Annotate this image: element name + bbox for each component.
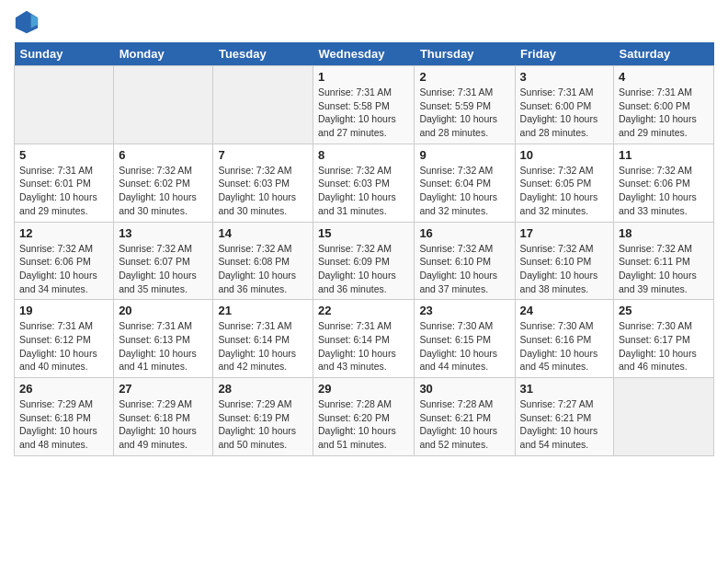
calendar-week-row: 1Sunrise: 7:31 AMSunset: 5:58 PMDaylight… (15, 66, 714, 144)
day-info: Sunrise: 7:29 AMSunset: 6:18 PMDaylight:… (19, 397, 108, 452)
calendar-cell: 13Sunrise: 7:32 AMSunset: 6:07 PMDayligh… (114, 222, 213, 300)
day-info: Sunrise: 7:32 AMSunset: 6:02 PMDaylight:… (119, 164, 208, 218)
calendar-cell: 20Sunrise: 7:31 AMSunset: 6:13 PMDayligh… (114, 300, 213, 378)
calendar-header-cell: Wednesday (313, 42, 415, 66)
calendar-cell (614, 378, 714, 456)
day-number: 26 (19, 382, 108, 396)
day-info: Sunrise: 7:30 AMSunset: 6:16 PMDaylight:… (520, 319, 609, 373)
day-number: 7 (218, 148, 308, 162)
calendar-cell: 22Sunrise: 7:31 AMSunset: 6:14 PMDayligh… (313, 300, 415, 378)
calendar-header-cell: Monday (114, 42, 213, 66)
header (14, 9, 714, 35)
day-number: 29 (318, 382, 409, 396)
calendar-cell: 16Sunrise: 7:32 AMSunset: 6:10 PMDayligh… (415, 222, 515, 300)
day-info: Sunrise: 7:31 AMSunset: 6:00 PMDaylight:… (619, 86, 709, 140)
day-number: 8 (318, 148, 409, 162)
day-info: Sunrise: 7:27 AMSunset: 6:21 PMDaylight:… (520, 397, 609, 452)
calendar-week-row: 26Sunrise: 7:29 AMSunset: 6:18 PMDayligh… (15, 378, 714, 456)
day-number: 21 (218, 304, 308, 317)
calendar-header-cell: Saturday (614, 42, 714, 66)
calendar-week-row: 12Sunrise: 7:32 AMSunset: 6:06 PMDayligh… (15, 222, 714, 300)
day-info: Sunrise: 7:29 AMSunset: 6:18 PMDaylight:… (119, 397, 208, 452)
day-info: Sunrise: 7:31 AMSunset: 6:14 PMDaylight:… (218, 319, 308, 373)
logo (14, 9, 43, 35)
day-number: 31 (520, 382, 609, 396)
day-number: 12 (19, 226, 108, 240)
calendar-cell: 29Sunrise: 7:28 AMSunset: 6:20 PMDayligh… (313, 378, 415, 456)
calendar-cell: 2Sunrise: 7:31 AMSunset: 5:59 PMDaylight… (415, 66, 515, 144)
day-number: 30 (419, 382, 509, 396)
calendar-table: SundayMondayTuesdayWednesdayThursdayFrid… (14, 42, 714, 456)
day-number: 4 (619, 70, 709, 84)
calendar-header-row: SundayMondayTuesdayWednesdayThursdayFrid… (15, 42, 714, 66)
calendar-cell: 31Sunrise: 7:27 AMSunset: 6:21 PMDayligh… (515, 378, 613, 456)
calendar-cell (15, 66, 114, 144)
day-number: 5 (19, 148, 108, 162)
day-info: Sunrise: 7:32 AMSunset: 6:04 PMDaylight:… (419, 164, 509, 218)
day-info: Sunrise: 7:32 AMSunset: 6:10 PMDaylight:… (520, 242, 609, 296)
calendar-cell: 4Sunrise: 7:31 AMSunset: 6:00 PMDaylight… (614, 66, 714, 144)
calendar-header-cell: Tuesday (213, 42, 313, 66)
day-number: 16 (419, 226, 509, 240)
day-number: 19 (19, 304, 108, 317)
day-number: 18 (619, 226, 709, 240)
day-number: 3 (520, 70, 609, 84)
calendar-header-cell: Sunday (15, 42, 114, 66)
day-number: 25 (619, 304, 709, 317)
day-number: 10 (520, 148, 609, 162)
calendar-cell: 23Sunrise: 7:30 AMSunset: 6:15 PMDayligh… (415, 300, 515, 378)
logo-icon (14, 9, 40, 35)
day-info: Sunrise: 7:31 AMSunset: 6:01 PMDaylight:… (19, 164, 108, 218)
calendar-week-row: 5Sunrise: 7:31 AMSunset: 6:01 PMDaylight… (15, 144, 714, 222)
main-container: SundayMondayTuesdayWednesdayThursdayFrid… (0, 0, 728, 465)
calendar-header-cell: Thursday (415, 42, 515, 66)
day-number: 13 (119, 226, 208, 240)
calendar-cell: 17Sunrise: 7:32 AMSunset: 6:10 PMDayligh… (515, 222, 613, 300)
day-number: 2 (419, 70, 509, 84)
calendar-cell: 26Sunrise: 7:29 AMSunset: 6:18 PMDayligh… (15, 378, 114, 456)
calendar-cell: 21Sunrise: 7:31 AMSunset: 6:14 PMDayligh… (213, 300, 313, 378)
day-number: 17 (520, 226, 609, 240)
calendar-cell: 14Sunrise: 7:32 AMSunset: 6:08 PMDayligh… (213, 222, 313, 300)
day-info: Sunrise: 7:31 AMSunset: 5:58 PMDaylight:… (318, 86, 409, 140)
day-number: 22 (318, 304, 409, 317)
day-info: Sunrise: 7:31 AMSunset: 5:59 PMDaylight:… (419, 86, 509, 140)
day-info: Sunrise: 7:31 AMSunset: 6:00 PMDaylight:… (520, 86, 609, 140)
calendar-cell: 18Sunrise: 7:32 AMSunset: 6:11 PMDayligh… (614, 222, 714, 300)
day-info: Sunrise: 7:32 AMSunset: 6:05 PMDaylight:… (520, 164, 609, 218)
calendar-body: 1Sunrise: 7:31 AMSunset: 5:58 PMDaylight… (15, 66, 714, 456)
day-info: Sunrise: 7:29 AMSunset: 6:19 PMDaylight:… (218, 397, 308, 452)
calendar-cell (114, 66, 213, 144)
day-number: 23 (419, 304, 509, 317)
day-number: 15 (318, 226, 409, 240)
calendar-cell: 6Sunrise: 7:32 AMSunset: 6:02 PMDaylight… (114, 144, 213, 222)
day-info: Sunrise: 7:28 AMSunset: 6:21 PMDaylight:… (419, 397, 509, 452)
day-info: Sunrise: 7:32 AMSunset: 6:06 PMDaylight:… (619, 164, 709, 218)
day-number: 24 (520, 304, 609, 317)
calendar-cell: 8Sunrise: 7:32 AMSunset: 6:03 PMDaylight… (313, 144, 415, 222)
day-info: Sunrise: 7:30 AMSunset: 6:17 PMDaylight:… (619, 319, 709, 373)
calendar-cell: 1Sunrise: 7:31 AMSunset: 5:58 PMDaylight… (313, 66, 415, 144)
calendar-cell: 19Sunrise: 7:31 AMSunset: 6:12 PMDayligh… (15, 300, 114, 378)
calendar-cell: 3Sunrise: 7:31 AMSunset: 6:00 PMDaylight… (515, 66, 613, 144)
day-info: Sunrise: 7:31 AMSunset: 6:13 PMDaylight:… (119, 319, 208, 373)
calendar-cell: 27Sunrise: 7:29 AMSunset: 6:18 PMDayligh… (114, 378, 213, 456)
calendar-cell: 25Sunrise: 7:30 AMSunset: 6:17 PMDayligh… (614, 300, 714, 378)
calendar-cell: 7Sunrise: 7:32 AMSunset: 6:03 PMDaylight… (213, 144, 313, 222)
day-number: 14 (218, 226, 308, 240)
calendar-cell: 12Sunrise: 7:32 AMSunset: 6:06 PMDayligh… (15, 222, 114, 300)
day-info: Sunrise: 7:32 AMSunset: 6:07 PMDaylight:… (119, 242, 208, 296)
day-number: 27 (119, 382, 208, 396)
day-info: Sunrise: 7:32 AMSunset: 6:03 PMDaylight:… (318, 164, 409, 218)
calendar-cell: 28Sunrise: 7:29 AMSunset: 6:19 PMDayligh… (213, 378, 313, 456)
calendar-cell: 10Sunrise: 7:32 AMSunset: 6:05 PMDayligh… (515, 144, 613, 222)
calendar-cell: 24Sunrise: 7:30 AMSunset: 6:16 PMDayligh… (515, 300, 613, 378)
day-info: Sunrise: 7:32 AMSunset: 6:08 PMDaylight:… (218, 242, 308, 296)
day-info: Sunrise: 7:32 AMSunset: 6:06 PMDaylight:… (19, 242, 108, 296)
day-info: Sunrise: 7:32 AMSunset: 6:11 PMDaylight:… (619, 242, 709, 296)
calendar-cell (213, 66, 313, 144)
day-number: 28 (218, 382, 308, 396)
calendar-cell: 11Sunrise: 7:32 AMSunset: 6:06 PMDayligh… (614, 144, 714, 222)
calendar-week-row: 19Sunrise: 7:31 AMSunset: 6:12 PMDayligh… (15, 300, 714, 378)
day-info: Sunrise: 7:32 AMSunset: 6:03 PMDaylight:… (218, 164, 308, 218)
